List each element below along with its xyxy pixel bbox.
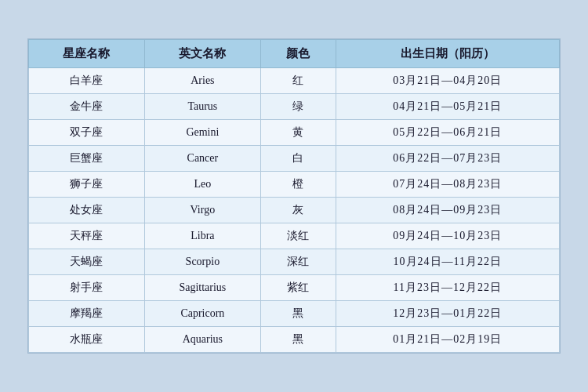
table-row: 摩羯座Capricorn黑12月23日—01月22日	[29, 301, 560, 327]
cell-chinese-name: 金牛座	[29, 94, 145, 120]
cell-color: 淡红	[260, 223, 336, 249]
cell-chinese-name: 天秤座	[29, 223, 145, 249]
cell-color: 深红	[260, 249, 336, 275]
cell-color: 白	[260, 146, 336, 172]
cell-chinese-name: 天蝎座	[29, 249, 145, 275]
cell-color: 绿	[260, 94, 336, 120]
cell-english-name: Virgo	[144, 198, 260, 223]
table-row: 射手座Sagittarius紫红11月23日—12月22日	[29, 275, 560, 301]
cell-english-name: Gemini	[144, 120, 260, 146]
cell-dates: 12月23日—01月22日	[336, 301, 559, 327]
cell-color: 黄	[260, 120, 336, 146]
header-birth-date: 出生日期（阳历）	[336, 40, 559, 68]
table-row: 金牛座Taurus绿04月21日—05月21日	[29, 94, 560, 120]
cell-chinese-name: 处女座	[29, 198, 145, 223]
cell-english-name: Cancer	[144, 146, 260, 172]
cell-dates: 05月22日—06月21日	[336, 120, 559, 146]
cell-english-name: Capricorn	[144, 301, 260, 327]
cell-english-name: Leo	[144, 172, 260, 198]
cell-chinese-name: 双子座	[29, 120, 145, 146]
cell-dates: 06月22日—07月23日	[336, 146, 559, 172]
table-header-row: 星座名称 英文名称 颜色 出生日期（阳历）	[29, 40, 560, 68]
zodiac-table: 星座名称 英文名称 颜色 出生日期（阳历） 白羊座Aries红03月21日—04…	[28, 39, 560, 353]
table-row: 白羊座Aries红03月21日—04月20日	[29, 68, 560, 94]
cell-chinese-name: 白羊座	[29, 68, 145, 94]
cell-color: 黑	[260, 301, 336, 327]
cell-dates: 08月24日—09月23日	[336, 198, 559, 223]
table-row: 双子座Gemini黄05月22日—06月21日	[29, 120, 560, 146]
cell-color: 黑	[260, 327, 336, 353]
cell-english-name: Taurus	[144, 94, 260, 120]
cell-chinese-name: 巨蟹座	[29, 146, 145, 172]
cell-dates: 07月24日—08月23日	[336, 172, 559, 198]
cell-dates: 01月21日—02月19日	[336, 327, 559, 353]
cell-dates: 03月21日—04月20日	[336, 68, 559, 94]
table-row: 处女座Virgo灰08月24日—09月23日	[29, 198, 560, 223]
cell-color: 紫红	[260, 275, 336, 301]
table-row: 水瓶座Aquarius黑01月21日—02月19日	[29, 327, 560, 353]
cell-english-name: Aquarius	[144, 327, 260, 353]
zodiac-table-container: 星座名称 英文名称 颜色 出生日期（阳历） 白羊座Aries红03月21日—04…	[27, 38, 561, 354]
header-english-name: 英文名称	[144, 40, 260, 68]
cell-dates: 10月24日—11月22日	[336, 249, 559, 275]
header-chinese-name: 星座名称	[29, 40, 145, 68]
cell-chinese-name: 摩羯座	[29, 301, 145, 327]
cell-chinese-name: 狮子座	[29, 172, 145, 198]
cell-english-name: Aries	[144, 68, 260, 94]
cell-chinese-name: 射手座	[29, 275, 145, 301]
cell-dates: 04月21日—05月21日	[336, 94, 559, 120]
table-row: 巨蟹座Cancer白06月22日—07月23日	[29, 146, 560, 172]
cell-color: 红	[260, 68, 336, 94]
cell-dates: 11月23日—12月22日	[336, 275, 559, 301]
cell-color: 灰	[260, 198, 336, 223]
cell-english-name: Sagittarius	[144, 275, 260, 301]
table-row: 狮子座Leo橙07月24日—08月23日	[29, 172, 560, 198]
cell-english-name: Scorpio	[144, 249, 260, 275]
cell-chinese-name: 水瓶座	[29, 327, 145, 353]
table-row: 天秤座Libra淡红09月24日—10月23日	[29, 223, 560, 249]
table-row: 天蝎座Scorpio深红10月24日—11月22日	[29, 249, 560, 275]
header-color: 颜色	[260, 40, 336, 68]
cell-color: 橙	[260, 172, 336, 198]
cell-english-name: Libra	[144, 223, 260, 249]
cell-dates: 09月24日—10月23日	[336, 223, 559, 249]
table-body: 白羊座Aries红03月21日—04月20日金牛座Taurus绿04月21日—0…	[29, 68, 560, 353]
